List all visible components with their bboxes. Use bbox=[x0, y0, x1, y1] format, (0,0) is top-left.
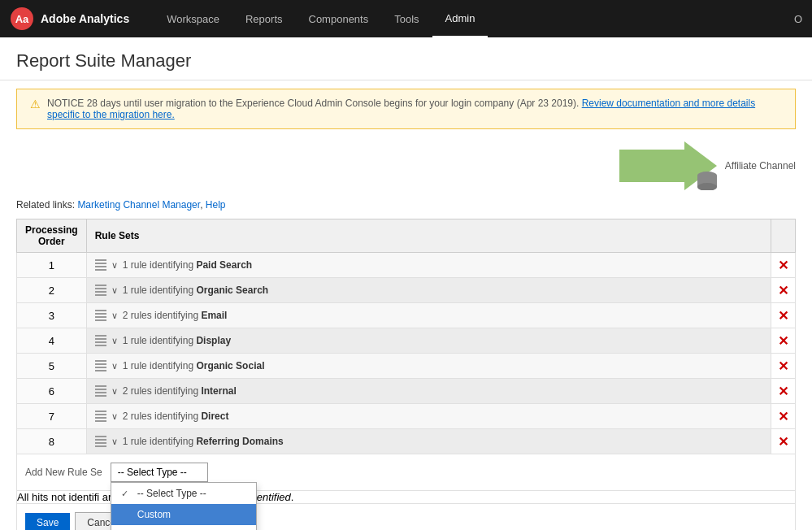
drag-handle-icon[interactable] bbox=[95, 360, 106, 371]
select-type-container: -- Select Type -- bbox=[111, 463, 208, 482]
delete-cell: ✕ bbox=[771, 379, 796, 404]
order-cell: 5 bbox=[17, 354, 87, 379]
rule-cell: ∨2 rules identifying Direct bbox=[86, 404, 771, 429]
dropdown-item[interactable]: Custom bbox=[111, 504, 256, 525]
rule-cell: ∨1 rule identifying Paid Search bbox=[86, 253, 771, 278]
dropdown-item-label: Custom bbox=[137, 509, 171, 520]
brand-name: Adobe Analytics bbox=[41, 12, 129, 25]
warning-icon: ⚠ bbox=[30, 98, 41, 111]
rule-text: 1 rule identifying Organic Search bbox=[123, 285, 268, 296]
nav-tools[interactable]: Tools bbox=[381, 0, 432, 37]
expand-arrow-icon[interactable]: ∨ bbox=[111, 386, 118, 397]
help-link[interactable]: Help bbox=[206, 199, 226, 211]
delete-cell: ✕ bbox=[771, 404, 796, 429]
nav-components[interactable]: Components bbox=[296, 0, 382, 37]
rule-text: 1 rule identifying Referring Domains bbox=[123, 436, 284, 447]
affiliate-area: Affiliate Channel bbox=[0, 137, 812, 194]
add-rule-label: Add New Rule Se bbox=[25, 467, 102, 478]
rule-text: 1 rule identifying Paid Search bbox=[123, 259, 252, 271]
order-cell: 6 bbox=[17, 379, 87, 404]
rule-text: 1 rule identifying Organic Social bbox=[123, 360, 265, 371]
expand-arrow-icon[interactable]: ∨ bbox=[111, 311, 118, 321]
notice-text: NOTICE 28 days until user migration to t… bbox=[47, 98, 782, 120]
rule-cell: ∨2 rules identifying Email bbox=[86, 303, 771, 328]
affiliate-visual: Affiliate Channel bbox=[619, 141, 796, 190]
order-cell: 4 bbox=[17, 328, 87, 354]
rule-cell: ∨1 rule identifying Display bbox=[86, 328, 771, 354]
page-title: Report Suite Manager bbox=[16, 50, 796, 72]
expand-arrow-icon[interactable]: ∨ bbox=[111, 411, 118, 422]
drag-handle-icon[interactable] bbox=[95, 385, 106, 397]
select-type-button[interactable]: -- Select Type -- bbox=[111, 463, 208, 482]
check-icon: ✓ bbox=[121, 489, 132, 499]
dropdown-item-label: -- Select Type -- bbox=[137, 488, 206, 499]
drag-handle-icon[interactable] bbox=[95, 259, 106, 271]
order-cell: 1 bbox=[17, 253, 87, 278]
delete-cell: ✕ bbox=[771, 278, 796, 303]
rule-text: 2 rules identifying Internal bbox=[123, 385, 237, 397]
drag-handle-icon[interactable] bbox=[95, 335, 106, 346]
delete-button[interactable]: ✕ bbox=[778, 258, 788, 273]
brand: Aa Adobe Analytics bbox=[10, 7, 129, 31]
drag-handle-icon[interactable] bbox=[95, 310, 106, 321]
related-links: Related links: Marketing Channel Manager… bbox=[0, 194, 812, 219]
rule-text: 2 rules identifying Direct bbox=[123, 411, 229, 422]
notice-banner: ⚠ NOTICE 28 days until user migration to… bbox=[16, 89, 796, 129]
rule-cell: ∨1 rule identifying Organic Search bbox=[86, 278, 771, 303]
delete-button[interactable]: ✕ bbox=[778, 358, 788, 374]
dropdown-item[interactable]: Paid Search bbox=[111, 525, 256, 530]
table-row: 7∨2 rules identifying Direct✕ bbox=[17, 404, 796, 429]
nav-reports[interactable]: Reports bbox=[232, 0, 296, 37]
th-delete bbox=[771, 219, 796, 253]
order-cell: 7 bbox=[17, 404, 87, 429]
expand-arrow-icon[interactable]: ∨ bbox=[111, 361, 118, 371]
marketing-channel-manager-link[interactable]: Marketing Channel Manager bbox=[77, 199, 200, 211]
rule-cell: ∨1 rule identifying Organic Social bbox=[86, 354, 771, 379]
delete-cell: ✕ bbox=[771, 303, 796, 328]
delete-cell: ✕ bbox=[771, 328, 796, 354]
expand-arrow-icon[interactable]: ∨ bbox=[111, 336, 118, 346]
order-cell: 2 bbox=[17, 278, 87, 303]
order-cell: 8 bbox=[17, 429, 87, 454]
delete-cell: ✕ bbox=[771, 253, 796, 278]
top-nav: Aa Adobe Analytics Workspace Reports Com… bbox=[0, 0, 812, 37]
adobe-analytics-logo: Aa bbox=[10, 7, 34, 31]
table-header-row: ProcessingOrder Rule Sets bbox=[17, 219, 796, 253]
dropdown-item[interactable]: ✓-- Select Type -- bbox=[111, 483, 256, 504]
delete-button[interactable]: ✕ bbox=[778, 283, 788, 298]
delete-button[interactable]: ✕ bbox=[778, 409, 788, 424]
delete-button[interactable]: ✕ bbox=[778, 308, 788, 324]
th-rule-sets: Rule Sets bbox=[86, 219, 771, 253]
delete-button[interactable]: ✕ bbox=[778, 434, 788, 450]
expand-arrow-icon[interactable]: ∨ bbox=[111, 437, 118, 447]
table-row: 8∨1 rule identifying Referring Domains✕ bbox=[17, 429, 796, 454]
th-processing-order: ProcessingOrder bbox=[17, 219, 87, 253]
table-row: 4∨1 rule identifying Display✕ bbox=[17, 328, 796, 354]
table-row: 6∨2 rules identifying Internal✕ bbox=[17, 379, 796, 404]
funnel-arrow-svg bbox=[619, 141, 717, 190]
drag-handle-icon[interactable] bbox=[95, 411, 106, 422]
nav-user-icon: O bbox=[794, 13, 802, 25]
page-header: Report Suite Manager bbox=[0, 37, 812, 80]
svg-text:Aa: Aa bbox=[15, 13, 29, 25]
affiliate-label: Affiliate Channel bbox=[725, 160, 796, 172]
page-content: Report Suite Manager ⚠ NOTICE 28 days un… bbox=[0, 37, 812, 530]
order-cell: 3 bbox=[17, 303, 87, 328]
delete-cell: ✕ bbox=[771, 354, 796, 379]
save-button[interactable]: Save bbox=[25, 513, 70, 530]
drag-handle-icon[interactable] bbox=[95, 285, 106, 296]
type-dropdown-menu[interactable]: ✓-- Select Type --CustomPaid SearchNatur… bbox=[111, 482, 257, 530]
nav-links: Workspace Reports Components Tools Admin bbox=[154, 0, 794, 37]
rule-text: 2 rules identifying Email bbox=[123, 310, 228, 321]
expand-arrow-icon[interactable]: ∨ bbox=[111, 260, 118, 271]
nav-workspace[interactable]: Workspace bbox=[154, 0, 232, 37]
drag-handle-icon[interactable] bbox=[95, 436, 106, 447]
nav-admin[interactable]: Admin bbox=[432, 0, 489, 37]
delete-button[interactable]: ✕ bbox=[778, 384, 788, 399]
rule-text: 1 rule identifying Display bbox=[123, 335, 231, 346]
rule-cell: ∨1 rule identifying Referring Domains bbox=[86, 429, 771, 454]
delete-cell: ✕ bbox=[771, 429, 796, 454]
delete-button[interactable]: ✕ bbox=[778, 333, 788, 349]
table-row: 2∨1 rule identifying Organic Search✕ bbox=[17, 278, 796, 303]
expand-arrow-icon[interactable]: ∨ bbox=[111, 285, 118, 296]
